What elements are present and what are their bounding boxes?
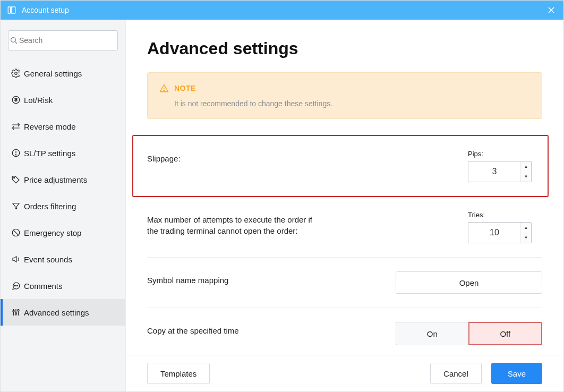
speaker-icon (8, 254, 24, 264)
warning-icon (159, 83, 169, 93)
slippage-value[interactable]: 3 (468, 161, 520, 182)
titlebar: Account setup (1, 1, 563, 20)
sidebar-nav: General settings Lot/Risk Reverse mode (1, 60, 125, 326)
swap-icon (8, 122, 24, 131)
sidebar-item-lotrisk[interactable]: Lot/Risk (1, 87, 125, 113)
tries-value[interactable]: 10 (468, 223, 520, 243)
no-icon (8, 228, 24, 237)
tries-stepper[interactable]: 10 ▲ ▼ (468, 222, 532, 243)
setting-symbol-mapping: Symbol name mapping Open (147, 258, 542, 308)
save-button[interactable]: Save (491, 363, 542, 384)
app-icon (7, 5, 16, 15)
svg-point-16 (17, 285, 18, 286)
coin-icon (8, 95, 24, 105)
sidebar-item-emergency[interactable]: Emergency stop (1, 219, 125, 246)
sidebar: General settings Lot/Risk Reverse mode (1, 20, 126, 391)
close-button[interactable] (545, 4, 557, 16)
sidebar-item-sltp[interactable]: SL/TP settings (1, 140, 125, 166)
sidebar-item-comments[interactable]: Comments (1, 272, 125, 299)
note-body: It is not recommended to change these se… (159, 99, 530, 108)
sidebar-item-label: Comments (24, 282, 118, 291)
sidebar-item-label: Advanced settings (24, 308, 118, 317)
sidebar-item-price[interactable]: Price adjustments (1, 166, 125, 193)
sidebar-item-sounds[interactable]: Event sounds (1, 246, 125, 272)
svg-point-20 (13, 310, 14, 312)
setting-slippage: Slippage: Pips: 3 ▲ ▼ (132, 135, 549, 197)
tries-field-title: Tries: (468, 211, 542, 219)
content-area: Advanced settings NOTE It is not recomme… (126, 20, 563, 391)
sidebar-item-label: Price adjustments (24, 175, 118, 184)
setting-copy-time: Copy at the specified time On Off (147, 308, 542, 345)
copy-time-off[interactable]: Off (468, 322, 543, 345)
sidebar-item-label: Orders filtering (24, 202, 118, 211)
sidebar-item-label: Event sounds (24, 255, 118, 264)
note-heading-text: NOTE (174, 84, 196, 92)
svg-rect-0 (8, 7, 11, 13)
svg-line-13 (13, 230, 19, 235)
sliders-icon (8, 308, 24, 317)
chat-icon (8, 281, 24, 291)
svg-line-5 (15, 42, 17, 44)
slippage-step-up[interactable]: ▲ (521, 161, 531, 172)
content-scroll[interactable]: Advanced settings NOTE It is not recomme… (126, 20, 563, 355)
sidebar-item-label: Lot/Risk (24, 96, 118, 105)
note-heading: NOTE (159, 83, 530, 93)
window-title: Account setup (22, 6, 69, 14)
sidebar-item-label: General settings (24, 69, 118, 78)
slippage-step-down[interactable]: ▼ (521, 172, 531, 182)
svg-point-14 (14, 285, 15, 286)
sidebar-item-label: Emergency stop (24, 228, 118, 237)
tries-step-up[interactable]: ▲ (521, 223, 531, 233)
search-icon (8, 36, 19, 45)
svg-point-24 (164, 90, 164, 91)
svg-point-10 (15, 155, 16, 155)
svg-point-11 (14, 177, 15, 178)
footer: Templates Cancel Save (126, 355, 563, 391)
symbol-mapping-open-button[interactable]: Open (396, 271, 542, 294)
note-box: NOTE It is not recommended to change the… (147, 72, 542, 119)
gear-icon (8, 69, 24, 78)
svg-point-22 (18, 310, 19, 311)
svg-point-4 (11, 38, 16, 42)
tries-step-down[interactable]: ▼ (521, 233, 531, 243)
svg-point-15 (15, 285, 16, 286)
alert-circle-icon (8, 148, 24, 158)
sidebar-item-filter[interactable]: Orders filtering (1, 193, 125, 219)
setting-max-attempts: Max number of attempts to execute the or… (147, 197, 542, 257)
body: General settings Lot/Risk Reverse mode (1, 20, 563, 391)
sidebar-item-label: SL/TP settings (24, 149, 118, 158)
slippage-label: Slippage: (147, 150, 317, 164)
slippage-stepper[interactable]: 3 ▲ ▼ (468, 161, 532, 182)
templates-button[interactable]: Templates (147, 363, 210, 384)
symbol-mapping-label: Symbol name mapping (147, 271, 317, 286)
search-input[interactable] (19, 36, 117, 45)
filter-icon (8, 201, 24, 211)
window-root: Account setup (0, 0, 564, 392)
copy-time-on[interactable]: On (396, 322, 468, 345)
max-attempts-label: Max number of attempts to execute the or… (147, 211, 317, 236)
search-field[interactable] (8, 30, 118, 50)
sidebar-item-advanced[interactable]: Advanced settings (1, 299, 125, 326)
slippage-field-title: Pips: (468, 150, 542, 158)
svg-rect-1 (11, 7, 15, 13)
copy-time-toggle: On Off (396, 322, 542, 345)
sidebar-item-general[interactable]: General settings (1, 60, 125, 87)
svg-point-21 (15, 313, 17, 314)
sidebar-item-reverse[interactable]: Reverse mode (1, 113, 125, 140)
page-title: Advanced settings (147, 39, 542, 58)
copy-time-label: Copy at the specified time (147, 322, 317, 336)
tag-icon (8, 175, 24, 184)
cancel-button[interactable]: Cancel (430, 363, 482, 384)
sidebar-item-label: Reverse mode (24, 122, 118, 131)
svg-point-6 (15, 72, 18, 75)
